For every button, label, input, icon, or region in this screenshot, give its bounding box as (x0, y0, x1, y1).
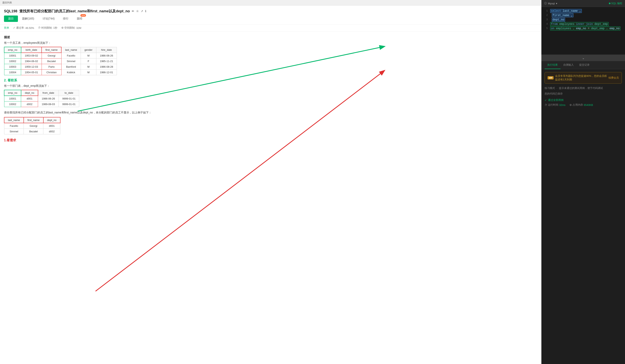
table-row: Facello (4, 123, 24, 129)
stat-memory: ⚙ 占用内存 6540KB (569, 103, 593, 107)
table-row: Simmel (4, 129, 24, 134)
problem-header: SQL198 查找所有已经分配部门的员工的last_name和first_nam… (0, 5, 541, 25)
line-num-4: 4 (545, 23, 548, 26)
col-first-name-code: first_name (553, 14, 569, 17)
annotation-label-1: 1.看需求 (4, 138, 16, 143)
res-col-dept-no: dept_no (43, 117, 60, 123)
code-line-4: 4 from employees inner join dept_emp (545, 23, 622, 27)
pass-banner: ✓ 通过全部用例 (545, 98, 622, 102)
result-tabs: 执行结果 自测输入 提交记录 (541, 61, 625, 69)
edit-icon[interactable]: ✏ (132, 10, 134, 13)
col-hire-date: hire_date (96, 47, 117, 53)
table-row: 1985-11-21 (96, 59, 117, 64)
table-row: Koblick (61, 70, 81, 75)
employees-intro: 有一个员工表，employees简况如下： (4, 41, 537, 45)
time-label: 运行时间 (548, 103, 558, 107)
table-row: 1964-06-02 (21, 59, 42, 64)
vip-renew-link[interactable]: 续费会员 (608, 76, 619, 80)
vip-banner: VIP 会员专享判题队列为您提速90%，您的会员权益还有1天到期 续费会员 (545, 72, 622, 84)
sql-tag-label: SQL 编程 (611, 1, 622, 5)
dept-emp-intro: 有一个部门表，dept_emp简况如下： (4, 84, 537, 88)
result-tab-test[interactable]: 自测输入 (561, 61, 576, 69)
line-content-2: first_name , (550, 14, 622, 17)
dot-1: . (573, 27, 574, 30)
dot-2: . (606, 27, 608, 30)
table-row: 1986-06-26 (38, 96, 59, 101)
code-line-2: 2 first_name , (545, 14, 622, 18)
tab-rank[interactable]: 排行 (59, 16, 73, 22)
col-emp-no-on2: emp_no (609, 27, 620, 30)
space-limit: ⚙ 空间限制: 32M (61, 26, 81, 30)
sql-tag: SQL 编程 (609, 1, 622, 5)
request-text: 请你查找所有已经分配部门的员工的last_name和first_name以及de… (4, 110, 537, 115)
star-icon[interactable]: ☆ (136, 10, 139, 13)
tbl-dept-emp: dept_emp (594, 23, 608, 26)
tab-interview[interactable]: 面经 new (73, 16, 87, 22)
table-row: d001 (43, 123, 60, 129)
dept-col-to-date: to_date (59, 90, 79, 96)
line-content-4: from employees inner join dept_emp (550, 23, 622, 26)
table-row: Bamford (61, 64, 81, 70)
table-row: 1959-12-03 (21, 64, 42, 70)
green-dot (609, 2, 610, 4)
table-row: Georgi (24, 123, 43, 129)
scroll-down-button[interactable]: ⌄ (541, 55, 625, 61)
tab-problem[interactable]: 题目 (4, 16, 18, 22)
line-num-2: 2 (545, 14, 548, 17)
difficulty-tag: 简单 (4, 26, 9, 30)
res-col-first-name: first_name (24, 117, 43, 123)
practice-mode: 练习模式 · 提示未通过的测试用例，便于代码调试 (545, 86, 622, 90)
tbl-employees-on: employees (556, 27, 571, 30)
content-area: 描述 有一个员工表，employees简况如下： emp_no birth_da… (0, 31, 541, 364)
table-row: 1986-12-01 (96, 70, 117, 75)
dept-emp-table: emp_no dept_no from_date to_date 10001d0… (4, 90, 79, 107)
editor-top-bar: ⓘ Mysql ▾ SQL 编程 (541, 0, 625, 7)
table-row: 10001 (4, 96, 21, 101)
table-row: Bezalel (42, 59, 61, 64)
table-row: 1953-09-02 (21, 53, 42, 59)
db-info-icon: ⓘ (544, 1, 547, 5)
section2-heading: 2. 看联系 (4, 78, 537, 83)
tabs: 题目 题解(165) 讨论(744) 排行 面经 new (4, 16, 537, 22)
dept-col-from-date: from_date (38, 90, 59, 96)
share-icon[interactable]: ↗ (141, 10, 143, 13)
result-tab-execute[interactable]: 执行结果 (545, 61, 561, 69)
table-row: M (81, 53, 96, 59)
line-num-5: 5 (545, 27, 548, 30)
col-last-name: last_name (61, 47, 81, 53)
table-row: Georgi (42, 53, 61, 59)
result-content: VIP 会员专享判题队列为您提速90%，您的会员权益还有1天到期 续费会员 练习… (541, 69, 625, 364)
table-row: d002 (43, 129, 60, 134)
stat-time: ⏱ 运行时间 32ms (545, 103, 565, 107)
info-icon[interactable]: ℹ (145, 10, 146, 13)
dept-col-dept-no: dept_no (21, 90, 38, 96)
comma-1: , (579, 9, 581, 13)
problem-id: SQL198 (4, 9, 17, 13)
employees-table: emp_no birth_date first_name last_name g… (4, 47, 117, 75)
col-birth-date: birth_date (21, 47, 42, 53)
db-chevron-icon: ▾ (556, 2, 557, 5)
comma-2: , (571, 14, 572, 17)
meta-bar: 简单 ✓ 通过率: 46.50% ⏱ 时间限制: 1秒 ⚙ 空间限制: 32M (0, 25, 541, 31)
table-row: Parto (42, 64, 61, 70)
res-col-last-name: last_name (4, 117, 24, 123)
stats-row: ⏱ 运行时间 32ms ⚙ 占用内存 6540KB (545, 103, 622, 107)
tab-discuss[interactable]: 讨论(744) (38, 16, 59, 22)
table-row: Christian (42, 70, 61, 75)
result-tab-history[interactable]: 提交记录 (576, 61, 592, 69)
table-row: 1954-05-01 (21, 70, 42, 75)
table-row: d001 (21, 96, 38, 101)
db-selector[interactable]: ⓘ Mysql ▾ (544, 1, 557, 5)
table-row: 9999-01-01 (59, 96, 79, 101)
tab-solution[interactable]: 题解(165) (18, 16, 38, 22)
line-num-1: 1 (545, 9, 548, 12)
code-editor[interactable]: 1 select last_name , 2 first_name , 3 (541, 7, 625, 55)
memory-label: 占用内存 (573, 103, 583, 107)
kw-select: select (551, 9, 561, 13)
pass-check-icon: ✓ (545, 99, 547, 102)
practice-toggle[interactable]: · (557, 87, 557, 90)
table-row: d002 (21, 101, 38, 107)
dept-col-emp-no: emp_no (4, 90, 21, 96)
col-emp-no-on: emp_no (576, 27, 586, 30)
pass-text: 通过全部用例 (548, 98, 563, 102)
